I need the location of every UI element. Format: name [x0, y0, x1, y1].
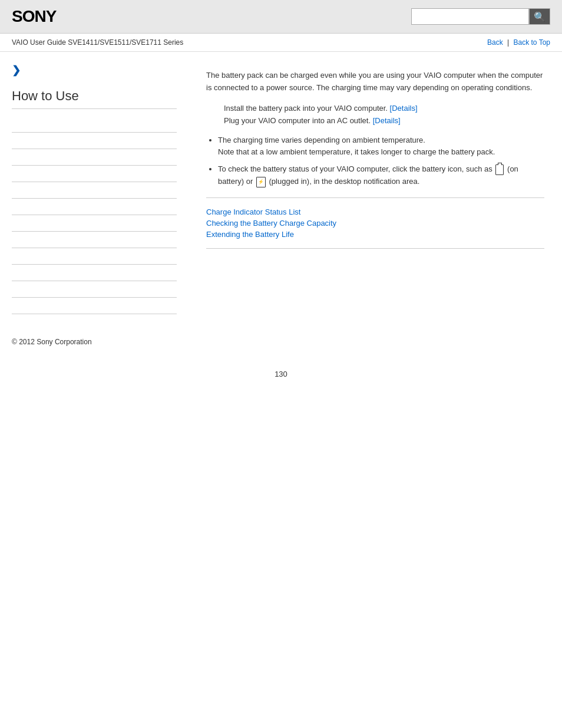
back-link[interactable]: Back: [487, 38, 503, 47]
note-1: The charging time varies depending on am…: [218, 134, 544, 159]
list-item: [12, 232, 177, 248]
list-item: [12, 182, 177, 199]
nav-bar: VAIO User Guide SVE1411/SVE1511/SVE1711 …: [0, 34, 562, 52]
list-item: [12, 149, 177, 166]
nav-links: Back | Back to Top: [487, 38, 550, 47]
list-item: [12, 116, 177, 133]
content-intro: The battery pack can be charged even whi…: [206, 70, 544, 94]
battery-charge-capacity-link[interactable]: Checking the Battery Charge Capacity: [206, 219, 544, 228]
search-area: 🔍: [411, 8, 550, 25]
step-2-link[interactable]: [Details]: [373, 116, 401, 125]
sony-logo: SONY: [12, 7, 56, 26]
page-header: SONY 🔍: [0, 0, 562, 34]
steps-list: Install the battery pack into your VAIO …: [224, 104, 544, 125]
page-number: 130: [0, 358, 562, 390]
list-item: [12, 298, 177, 314]
note-1-line1: The charging time varies depending on am…: [218, 136, 425, 144]
step-2-text: Plug your VAIO computer into an AC outle…: [224, 116, 371, 125]
list-item: [12, 281, 177, 298]
divider-2: [206, 248, 544, 249]
search-input[interactable]: [411, 8, 529, 25]
footer-copyright: © 2012 Sony Corporation: [0, 326, 562, 358]
list-item: [12, 133, 177, 149]
search-icon: 🔍: [534, 11, 546, 22]
related-links: Charge Indicator Status List Checking th…: [206, 207, 544, 239]
note-2: To check the battery status of your VAIO…: [218, 163, 544, 188]
sidebar: ❯ How to Use: [0, 52, 189, 326]
charge-indicator-link[interactable]: Charge Indicator Status List: [206, 207, 544, 216]
sidebar-title: How to Use: [12, 88, 177, 109]
sidebar-menu: [12, 116, 177, 314]
breadcrumb-arrow: ❯: [12, 64, 177, 77]
back-to-top-link[interactable]: Back to Top: [514, 38, 550, 47]
main-content: ❯ How to Use The battery pack can be cha…: [0, 52, 562, 326]
list-item: [12, 215, 177, 232]
step-1-link[interactable]: [Details]: [390, 104, 418, 113]
list-item: [12, 199, 177, 215]
divider-1: [206, 197, 544, 198]
step-1: Install the battery pack into your VAIO …: [224, 104, 544, 113]
note-2-pre: To check the battery status of your VAIO…: [218, 164, 492, 173]
nav-separator: |: [507, 38, 511, 47]
extending-battery-life-link[interactable]: Extending the Battery Life: [206, 230, 544, 239]
battery-plug-icon: ⚡: [256, 177, 266, 187]
search-button[interactable]: 🔍: [529, 8, 550, 25]
list-item: [12, 265, 177, 281]
content-area: The battery pack can be charged even whi…: [189, 52, 562, 326]
guide-title: VAIO User Guide SVE1411/SVE1511/SVE1711 …: [12, 38, 183, 47]
notes-list: The charging time varies depending on am…: [218, 134, 544, 188]
note-2-post: (plugged in), in the desktop notificatio…: [269, 177, 420, 186]
list-item: [12, 248, 177, 265]
note-1-line2: Note that at a low ambient temperature, …: [218, 147, 495, 156]
step-2: Plug your VAIO computer into an AC outle…: [224, 116, 544, 125]
step-1-text: Install the battery pack into your VAIO …: [224, 104, 388, 113]
list-item: [12, 166, 177, 182]
battery-on-icon: [495, 164, 504, 175]
